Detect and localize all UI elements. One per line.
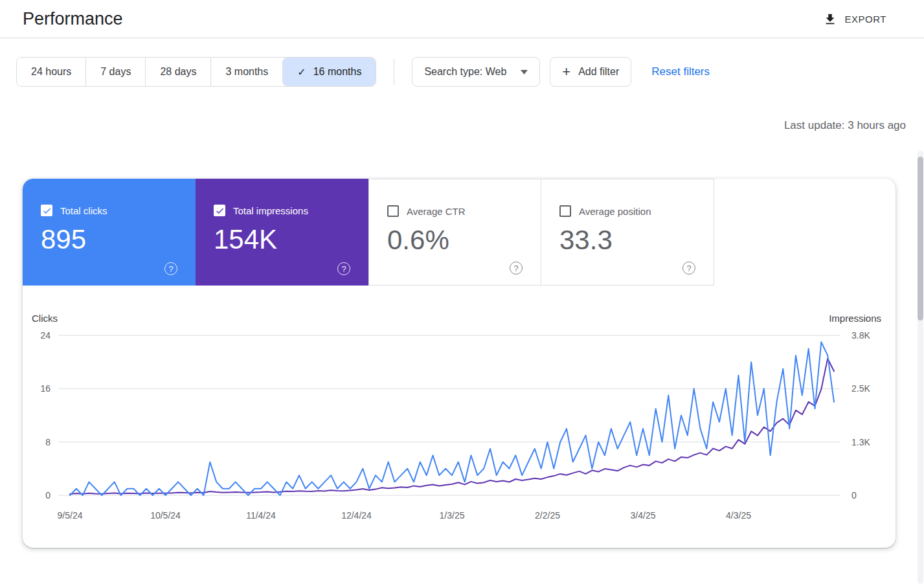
series-clicks <box>70 342 834 495</box>
x-axis-tick: 10/5/24 <box>150 510 181 521</box>
performance-card: Total clicks 895 ? Total impressions 154… <box>23 179 896 548</box>
x-axis-tick: 11/4/24 <box>246 510 276 521</box>
date-range-7-days[interactable]: 7 days <box>85 58 145 86</box>
x-axis-tick: 2/2/25 <box>535 510 560 521</box>
metric-value: 0.6% <box>387 225 541 256</box>
export-label: EXPORT <box>845 14 886 25</box>
dropdown-caret-icon <box>521 70 528 74</box>
add-filter-button[interactable]: + Add filter <box>550 57 631 87</box>
checkbox-total-impressions[interactable] <box>214 205 225 216</box>
left-axis-title: Clicks <box>32 313 58 324</box>
scrollbar-thumb[interactable] <box>918 157 923 320</box>
metric-total-impressions[interactable]: Total impressions 154K ? <box>196 179 368 286</box>
page-header: Performance EXPORT <box>0 0 924 38</box>
page-title: Performance <box>23 9 123 29</box>
right-axis-tick: 1.3K <box>851 437 870 447</box>
metric-average-ctr[interactable]: Average CTR 0.6% ? <box>368 179 541 286</box>
check-icon: ✓ <box>297 66 306 78</box>
metric-cards: Total clicks 895 ? Total impressions 154… <box>23 179 896 286</box>
performance-chart[interactable]: 0081.3K162.5K243.8KClicksImpressions9/5/… <box>23 286 896 548</box>
left-axis-tick: 24 <box>40 330 51 341</box>
x-axis-tick: 12/4/24 <box>341 510 372 521</box>
search-type-dropdown[interactable]: Search type: Web <box>412 57 540 87</box>
metric-value: 895 <box>41 224 196 255</box>
help-icon[interactable]: ? <box>337 262 350 275</box>
metric-value: 154K <box>214 224 368 255</box>
metric-average-position[interactable]: Average position 33.3 ? <box>541 179 714 286</box>
date-range-16-months[interactable]: ✓ 16 months <box>282 58 376 86</box>
download-icon <box>823 12 837 27</box>
plus-icon: + <box>562 65 570 79</box>
right-axis-tick: 0 <box>851 490 857 500</box>
x-axis-tick: 9/5/24 <box>58 510 83 521</box>
x-axis-tick: 4/3/25 <box>726 510 751 521</box>
left-axis-tick: 0 <box>45 490 51 500</box>
metric-label: Average position <box>579 206 651 217</box>
checkbox-average-ctr[interactable] <box>387 205 399 217</box>
metric-total-clicks[interactable]: Total clicks 895 ? <box>23 179 196 286</box>
metric-label: Average CTR <box>407 206 466 217</box>
metric-label: Total clicks <box>60 205 107 216</box>
help-icon[interactable]: ? <box>682 262 695 275</box>
date-range-24-hours[interactable]: 24 hours <box>17 58 85 86</box>
date-range-28-days[interactable]: 28 days <box>145 58 210 86</box>
checkbox-total-clicks[interactable] <box>41 205 52 216</box>
reset-filters-link[interactable]: Reset filters <box>651 65 710 78</box>
right-axis-tick: 3.8K <box>851 330 870 341</box>
export-button[interactable]: EXPORT <box>819 12 890 27</box>
metric-label: Total impressions <box>233 205 308 216</box>
series-impressions <box>70 359 834 494</box>
help-icon[interactable]: ? <box>510 262 523 275</box>
date-range-group: 24 hours 7 days 28 days 3 months ✓ 16 mo… <box>16 57 376 87</box>
help-icon[interactable]: ? <box>164 262 177 275</box>
x-axis-tick: 3/4/25 <box>631 510 656 521</box>
checkbox-average-position[interactable] <box>559 205 571 217</box>
right-axis-tick: 2.5K <box>851 383 870 394</box>
right-axis-title: Impressions <box>829 313 881 324</box>
toolbar-divider <box>394 59 394 85</box>
last-update-status: Last update: 3 hours ago <box>0 119 906 132</box>
left-axis-tick: 16 <box>40 383 51 394</box>
date-range-3-months[interactable]: 3 months <box>210 58 282 86</box>
header-divider <box>0 38 924 38</box>
filter-toolbar: 24 hours 7 days 28 days 3 months ✓ 16 mo… <box>0 57 924 87</box>
left-axis-tick: 8 <box>45 437 51 447</box>
x-axis-tick: 1/3/25 <box>440 510 465 521</box>
metric-value: 33.3 <box>559 225 714 256</box>
